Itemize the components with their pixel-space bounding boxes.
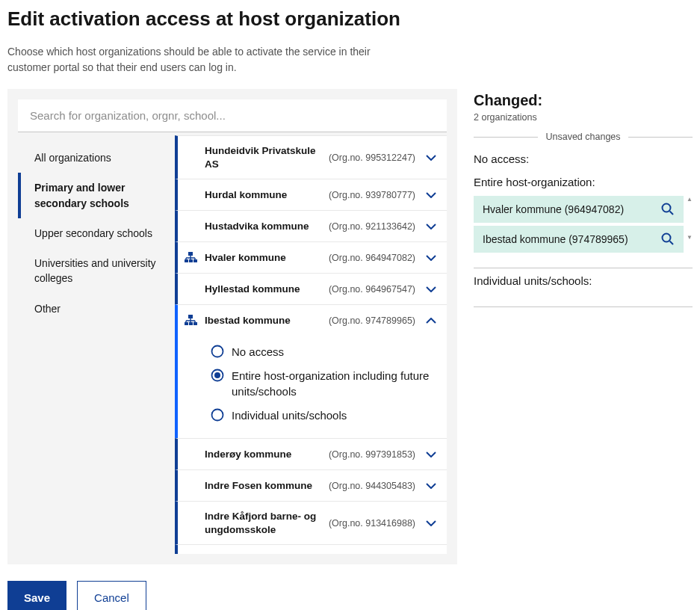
org-number: (Org.no. 964947082) <box>329 253 415 263</box>
access-option-label: No access <box>232 345 284 360</box>
selector-panel: All organizationsPrimary and lower secon… <box>7 89 457 564</box>
org-access-options: No accessEntire host-organization includ… <box>175 336 447 438</box>
org-row[interactable]: Indre Fosen kommune(Org.no. 944305483) <box>175 469 447 501</box>
chevron-down-icon[interactable] <box>423 155 439 161</box>
access-option[interactable]: Individual units/schools <box>211 404 439 428</box>
org-type-item[interactable]: All organizations <box>18 143 175 173</box>
org-list-container: Hundeidvik Privatskule AS(Org.no. 995312… <box>175 135 447 554</box>
radio-selected-icon <box>211 369 224 382</box>
org-number: (Org.no. 995312247) <box>329 152 415 163</box>
org-name: Hyllestad kommune <box>205 283 321 296</box>
org-row[interactable]: Hvaler kommune(Org.no. 964947082) <box>175 241 447 273</box>
org-name: Inderøy kommune <box>205 448 321 461</box>
chevron-up-icon[interactable] <box>423 318 439 324</box>
radio-icon <box>211 345 224 358</box>
action-bar: Save Cancel <box>7 581 693 610</box>
org-name: Hundeidvik Privatskule AS <box>205 144 321 170</box>
chevron-down-icon[interactable] <box>423 224 439 229</box>
org-row[interactable]: Inderøy kommune(Org.no. 997391853) <box>175 438 447 469</box>
workspace: All organizationsPrimary and lower secon… <box>7 89 693 564</box>
changed-item-label: Hvaler kommune (964947082) <box>483 203 624 215</box>
org-row[interactable]: Hurdal kommune(Org.no. 939780777) <box>175 179 447 210</box>
page-title: Edit activation access at host organizat… <box>7 7 693 31</box>
org-row[interactable]: Hyllestad kommune(Org.no. 964967547) <box>175 273 447 304</box>
org-row[interactable]: Indre Østfold kommune(Org.no. 920123899) <box>175 544 447 554</box>
org-row[interactable]: Ibestad kommune(Org.no. 974789965) <box>175 304 447 336</box>
org-type-item[interactable]: Other <box>18 294 175 324</box>
org-number: (Org.no. 913416988) <box>329 518 415 529</box>
org-number: (Org.no. 974789965) <box>329 315 415 326</box>
access-option[interactable]: No access <box>211 340 439 364</box>
changed-item-label: Ibestad kommune (974789965) <box>483 233 628 245</box>
org-hierarchy-icon <box>184 315 197 326</box>
org-type-list: All organizationsPrimary and lower secon… <box>18 132 175 554</box>
org-type-item[interactable]: Universities and university colleges <box>18 248 175 294</box>
org-hierarchy-icon <box>184 252 197 263</box>
changes-scroll-indicator[interactable]: ▲▼ <box>687 196 693 241</box>
changed-item: Hvaler kommune (964947082) <box>474 196 684 223</box>
unsaved-label: Unsaved changes <box>545 132 620 142</box>
chevron-down-icon[interactable] <box>423 255 439 261</box>
org-number: (Org.no. 997391853) <box>329 449 415 460</box>
chevron-down-icon[interactable] <box>423 452 439 458</box>
save-button[interactable]: Save <box>7 581 66 610</box>
org-number: (Org.no. 939780777) <box>329 190 415 200</box>
chevron-down-icon[interactable] <box>423 483 439 489</box>
access-option[interactable]: Entire host-organization including futur… <box>211 364 439 404</box>
org-row[interactable]: Hundeidvik Privatskule AS(Org.no. 995312… <box>175 135 447 179</box>
entire-heading: Entire host-organization: <box>474 176 693 188</box>
org-list[interactable]: Hundeidvik Privatskule AS(Org.no. 995312… <box>175 135 447 554</box>
org-row[interactable]: Indre Kåfjord barne- og ungdomsskole(Org… <box>175 501 447 544</box>
access-option-label: Individual units/schools <box>232 408 347 423</box>
changes-panel: Changed: 2 organizations Unsaved changes… <box>474 89 693 313</box>
changes-title: Changed: <box>474 92 693 109</box>
changes-count: 2 organizations <box>474 112 693 123</box>
chevron-down-icon[interactable] <box>423 192 439 198</box>
access-option-label: Entire host-organization including futur… <box>232 369 439 399</box>
org-name: Indre Fosen kommune <box>205 479 321 493</box>
changed-entire-list: Hvaler kommune (964947082)Ibestad kommun… <box>474 196 684 256</box>
cancel-button[interactable]: Cancel <box>77 581 146 610</box>
changed-item: Ibestad kommune (974789965) <box>474 226 684 253</box>
org-number: (Org.no. 921133642) <box>329 221 415 232</box>
org-type-item[interactable]: Primary and lower secondary schools <box>18 173 175 218</box>
org-name: Hustadvika kommune <box>205 220 321 233</box>
org-name: Hvaler kommune <box>205 251 321 265</box>
magnify-icon[interactable] <box>661 203 675 216</box>
org-number: (Org.no. 964967547) <box>329 284 415 295</box>
org-type-item[interactable]: Upper secondary schools <box>18 218 175 248</box>
org-name: Indre Kåfjord barne- og ungdomsskole <box>205 510 321 536</box>
chevron-down-icon[interactable] <box>423 286 439 292</box>
individual-heading: Individual units/schools: <box>474 274 693 287</box>
chevron-down-icon[interactable] <box>423 520 439 526</box>
magnify-icon[interactable] <box>661 232 675 246</box>
radio-icon <box>211 408 224 422</box>
org-name: Ibestad kommune <box>205 314 321 327</box>
org-number: (Org.no. 944305483) <box>329 481 415 491</box>
page-lead: Choose which host organizations should b… <box>7 44 381 76</box>
org-name: Hurdal kommune <box>205 188 321 202</box>
search-input[interactable] <box>18 99 447 132</box>
org-row[interactable]: Hustadvika kommune(Org.no. 921133642) <box>175 210 447 241</box>
no-access-heading: No access: <box>474 152 693 165</box>
